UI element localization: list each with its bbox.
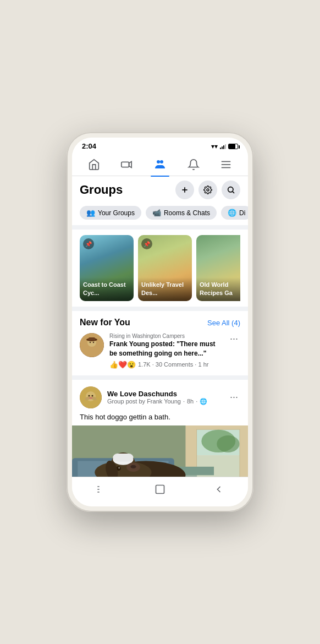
post-text: Frank Young posted: "There must be somet… xyxy=(109,340,222,358)
header-actions xyxy=(175,181,240,199)
rooms-icon: 📹 xyxy=(152,209,161,217)
svg-point-40 xyxy=(118,467,120,468)
pin-icon-1: 📌 xyxy=(83,238,94,249)
new-post-item: Rising in Washington Campers Frank Young… xyxy=(80,333,240,369)
plus-icon xyxy=(180,185,189,194)
dog-bath-image xyxy=(72,425,248,477)
svg-point-3 xyxy=(160,160,163,163)
settings-button[interactable] xyxy=(198,181,217,199)
group-card-overlay-3: Old World Recipes Ga xyxy=(196,277,240,301)
page-header: Groups xyxy=(72,176,248,203)
signal-icon xyxy=(220,143,226,149)
filter-your-groups[interactable]: 👥 Your Groups xyxy=(80,206,141,220)
filter-rooms-chats-label: Rooms & Chats xyxy=(164,209,210,217)
back-button[interactable] xyxy=(202,482,235,500)
svg-point-17 xyxy=(93,342,94,343)
group-card-title-2: Unlikely Travel Des... xyxy=(141,281,189,297)
nav-notifications[interactable] xyxy=(182,156,205,173)
avatar-frank-young xyxy=(80,333,104,357)
menu-icon xyxy=(220,159,232,171)
filter-rooms-chats[interactable]: 📹 Rooms & Chats xyxy=(146,206,217,220)
svg-rect-49 xyxy=(156,485,164,494)
section-header: New for You See All (4) xyxy=(80,318,240,328)
post-card-header: We Love Daschunds Group post by Frank Yo… xyxy=(72,380,248,413)
back-icon xyxy=(213,484,224,495)
dachshund-group-avatar xyxy=(80,386,102,408)
pin-icon-2: 📌 xyxy=(141,238,152,249)
status-icons: ▾▾ xyxy=(211,143,238,150)
svg-point-9 xyxy=(207,189,209,191)
group-card-overlay-1: Coast to Coast Cyc... xyxy=(80,277,134,301)
main-content: Groups xyxy=(72,176,248,477)
search-icon xyxy=(227,185,235,194)
status-time: 2:04 xyxy=(82,142,96,150)
svg-point-22 xyxy=(89,395,90,396)
nav-bar xyxy=(72,152,248,176)
home-button[interactable] xyxy=(144,482,176,500)
post-caption: This hot doggo gettin a bath. xyxy=(72,413,248,425)
your-groups-icon: 👥 xyxy=(86,209,95,217)
avatar-svg xyxy=(80,333,104,357)
post-more-button[interactable]: ··· xyxy=(228,333,240,345)
recents-button[interactable] xyxy=(85,482,118,500)
nav-menu[interactable] xyxy=(214,156,238,173)
add-group-button[interactable] xyxy=(175,181,194,199)
discover-icon: 🌐 xyxy=(228,209,236,217)
post-card-subtext: Group post by Frank Young xyxy=(107,398,181,405)
group-card-overlay-2: Unlikely Travel Des... xyxy=(138,277,192,301)
svg-point-31 xyxy=(217,435,239,452)
group-card-title-1: Coast to Coast Cyc... xyxy=(83,281,130,297)
home-icon xyxy=(88,159,100,171)
group-card-travel[interactable]: 📌 Unlikely Travel Des... xyxy=(138,235,192,301)
reaction-emojis: 👍❤️😮 xyxy=(109,361,136,369)
svg-marker-1 xyxy=(129,162,132,168)
globe-icon: 🌐 xyxy=(200,398,207,405)
group-card-coast[interactable]: 📌 Coast to Coast Cyc... xyxy=(80,235,134,301)
video-icon xyxy=(120,159,133,171)
nav-groups[interactable] xyxy=(148,156,172,173)
nav-active-indicator xyxy=(151,176,169,177)
svg-point-23 xyxy=(92,395,93,396)
filter-your-groups-label: Your Groups xyxy=(98,209,135,217)
home-nav-icon xyxy=(155,484,165,495)
post-image xyxy=(72,425,248,477)
post-card-group: We Love Daschunds xyxy=(107,390,222,398)
post-reactions: 👍❤️😮 1.7K · 30 Comments · 1 hr xyxy=(109,361,222,369)
gear-icon xyxy=(203,185,212,194)
post-card-more-button[interactable]: ··· xyxy=(228,391,240,403)
post-card-sub: Group post by Frank Young · 8h · 🌐 xyxy=(107,398,222,405)
wifi-icon: ▾▾ xyxy=(211,143,218,150)
svg-rect-42 xyxy=(113,454,133,461)
nav-video[interactable] xyxy=(115,156,138,173)
groups-scroll-section: 📌 Coast to Coast Cyc... 📌 Unlikely Trave… xyxy=(72,230,248,307)
post-meta: Rising in Washington Campers Frank Young… xyxy=(109,333,222,369)
groups-icon xyxy=(153,158,167,171)
svg-point-24 xyxy=(89,397,92,399)
svg-point-44 xyxy=(130,465,136,468)
post-card-time: 8h xyxy=(187,398,194,405)
reaction-stats: 1.7K · 30 Comments · 1 hr xyxy=(138,361,208,368)
group-card-recipes[interactable]: Old World Recipes Ga xyxy=(196,235,240,301)
svg-line-11 xyxy=(233,192,234,193)
bottom-nav xyxy=(72,477,248,506)
battery-icon xyxy=(228,144,238,149)
filter-discover-label: Di xyxy=(239,209,245,217)
post-card-avatar xyxy=(80,386,102,408)
bell-icon xyxy=(187,159,200,171)
see-all-button[interactable]: See All (4) xyxy=(207,319,240,327)
phone-frame: 2:04 ▾▾ xyxy=(67,132,253,512)
filter-discover[interactable]: 🌐 Di xyxy=(221,206,248,220)
svg-point-10 xyxy=(228,187,233,192)
search-button[interactable] xyxy=(222,181,240,199)
svg-rect-15 xyxy=(89,337,95,341)
page-title: Groups xyxy=(80,183,123,197)
status-bar: 2:04 ▾▾ xyxy=(72,138,248,152)
svg-point-2 xyxy=(157,160,160,163)
section-title: New for You xyxy=(80,318,130,328)
nav-home[interactable] xyxy=(82,156,106,173)
post-group-name: Rising in Washington Campers xyxy=(109,333,222,339)
post-card-dachshund: We Love Daschunds Group post by Frank Yo… xyxy=(72,380,248,477)
post-card-meta: We Love Daschunds Group post by Frank Yo… xyxy=(107,390,222,405)
new-for-you-section: New for You See All (4) xyxy=(72,311,248,375)
group-card-title-3: Old World Recipes Ga xyxy=(200,281,240,297)
